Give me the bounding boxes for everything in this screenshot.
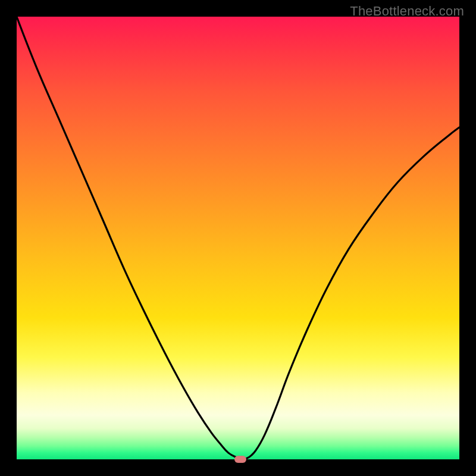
bottleneck-curve — [17, 17, 459, 459]
curve-svg — [17, 17, 459, 459]
chart-frame: TheBottleneck.com — [0, 0, 476, 476]
minimum-marker — [234, 456, 246, 463]
plot-area — [17, 17, 459, 459]
